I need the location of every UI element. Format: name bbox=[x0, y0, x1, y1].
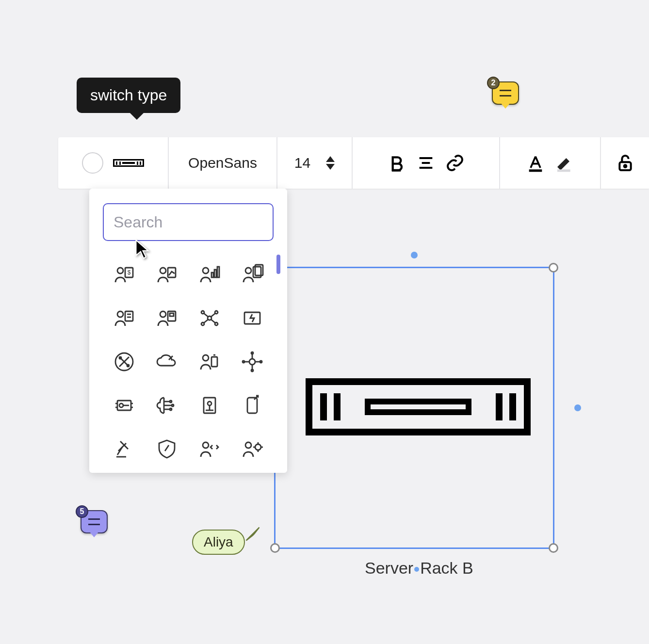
lock-cell bbox=[601, 137, 649, 189]
font-size-down-icon[interactable] bbox=[326, 164, 335, 170]
svg-point-64 bbox=[170, 401, 172, 402]
text-cursor-icon bbox=[414, 567, 419, 572]
svg-rect-26 bbox=[170, 313, 174, 316]
svg-rect-4 bbox=[529, 169, 542, 172]
svg-point-76 bbox=[203, 442, 209, 448]
svg-point-45 bbox=[249, 359, 255, 365]
shape-search-input[interactable] bbox=[103, 203, 274, 241]
shape-type-button[interactable] bbox=[113, 159, 144, 167]
svg-rect-43 bbox=[211, 357, 217, 367]
svg-line-75 bbox=[117, 447, 122, 455]
chip-board-icon[interactable] bbox=[103, 384, 146, 427]
svg-rect-5 bbox=[557, 169, 570, 172]
brain-circuit-icon[interactable] bbox=[146, 384, 188, 427]
shape-picker-dropdown: $ bbox=[89, 189, 287, 473]
unlock-button[interactable] bbox=[616, 153, 635, 173]
shape-label[interactable]: ServerRack B bbox=[365, 559, 473, 578]
collaborator-cursor: Aliya bbox=[192, 530, 261, 555]
server-rack-shape[interactable] bbox=[306, 378, 531, 435]
connection-point-right[interactable] bbox=[574, 404, 581, 411]
svg-point-66 bbox=[170, 408, 172, 410]
svg-point-55 bbox=[119, 403, 123, 407]
svg-point-77 bbox=[245, 442, 251, 448]
comment-lines-icon bbox=[88, 518, 100, 525]
comment-bubble-purple[interactable]: 5 bbox=[81, 510, 108, 533]
collaborator-pointer-icon bbox=[244, 525, 261, 543]
svg-rect-71 bbox=[247, 398, 257, 413]
svg-rect-16 bbox=[217, 267, 219, 277]
svg-point-7 bbox=[624, 165, 626, 167]
highlight-button[interactable] bbox=[555, 153, 574, 173]
bold-button[interactable] bbox=[387, 153, 406, 173]
formatting-toolbar: OpenSans 14 bbox=[58, 137, 649, 189]
link-button[interactable] bbox=[445, 153, 465, 173]
comment-bubble-yellow[interactable]: 2 bbox=[492, 81, 519, 105]
svg-point-20 bbox=[117, 311, 123, 317]
user-chart-icon[interactable] bbox=[146, 253, 188, 296]
user-list-icon[interactable] bbox=[103, 296, 146, 340]
power-box-icon[interactable] bbox=[231, 296, 274, 340]
phone-transfer-icon[interactable] bbox=[231, 384, 274, 427]
shape-label-text-left: Server bbox=[365, 559, 413, 577]
svg-rect-21 bbox=[125, 311, 133, 321]
text-format-cell bbox=[353, 137, 500, 189]
svg-point-65 bbox=[172, 404, 174, 406]
network-spark-icon[interactable] bbox=[188, 296, 231, 340]
shape-label-text-right: Rack B bbox=[420, 559, 473, 577]
comment-count-badge: 5 bbox=[76, 505, 88, 518]
gavel-icon[interactable] bbox=[103, 427, 146, 471]
color-cell bbox=[500, 137, 601, 189]
dropdown-scrollbar[interactable] bbox=[276, 255, 280, 274]
resize-handle-tr[interactable] bbox=[549, 263, 558, 273]
svg-point-8 bbox=[117, 268, 123, 274]
font-picker[interactable]: OpenSans bbox=[169, 137, 277, 189]
connection-point-top[interactable] bbox=[411, 252, 418, 258]
align-button[interactable] bbox=[416, 153, 436, 173]
neural-node-icon[interactable] bbox=[231, 340, 274, 384]
tooltip-text: switch type bbox=[90, 86, 167, 104]
book-circuit-icon[interactable] bbox=[188, 384, 231, 427]
text-color-button[interactable] bbox=[526, 153, 545, 173]
fill-color-swatch[interactable] bbox=[82, 152, 103, 174]
resize-handle-br[interactable] bbox=[549, 543, 558, 553]
svg-line-35 bbox=[211, 319, 215, 323]
font-size-stepper bbox=[326, 156, 335, 170]
svg-rect-14 bbox=[211, 273, 213, 277]
cloud-up-icon[interactable] bbox=[146, 340, 188, 384]
svg-text:$: $ bbox=[128, 269, 131, 276]
shape-icon-grid: $ bbox=[103, 253, 274, 471]
svg-point-68 bbox=[208, 402, 211, 405]
svg-point-13 bbox=[203, 268, 209, 274]
svg-line-32 bbox=[204, 313, 209, 317]
user-gear-icon[interactable] bbox=[231, 427, 274, 471]
user-board-icon[interactable] bbox=[146, 296, 188, 340]
font-size-value[interactable]: 14 bbox=[294, 155, 310, 171]
svg-line-34 bbox=[204, 319, 209, 323]
comment-count-badge: 2 bbox=[487, 77, 500, 89]
svg-rect-15 bbox=[214, 270, 216, 277]
user-bars-icon[interactable] bbox=[188, 253, 231, 296]
user-battery-icon[interactable] bbox=[188, 340, 231, 384]
font-size-cell: 14 bbox=[277, 137, 353, 189]
svg-point-78 bbox=[255, 444, 261, 450]
font-name-label: OpenSans bbox=[188, 155, 257, 171]
font-size-up-icon[interactable] bbox=[326, 156, 335, 162]
svg-point-17 bbox=[245, 268, 251, 274]
svg-line-33 bbox=[211, 313, 215, 317]
tooltip-switch-type: switch type bbox=[77, 78, 180, 113]
resize-handle-bl[interactable] bbox=[270, 543, 280, 553]
svg-point-11 bbox=[160, 268, 166, 274]
svg-point-42 bbox=[203, 355, 209, 361]
collaborator-name-label: Aliya bbox=[192, 530, 245, 555]
shield-up-icon[interactable] bbox=[146, 427, 188, 471]
toolbar-shape-cell bbox=[58, 137, 169, 189]
mouse-cursor-icon bbox=[134, 239, 150, 262]
user-stack-icon[interactable] bbox=[231, 253, 274, 296]
comment-lines-icon bbox=[500, 90, 511, 97]
svg-point-24 bbox=[160, 311, 166, 317]
user-code-icon[interactable] bbox=[188, 427, 231, 471]
wrench-circle-icon[interactable] bbox=[103, 340, 146, 384]
